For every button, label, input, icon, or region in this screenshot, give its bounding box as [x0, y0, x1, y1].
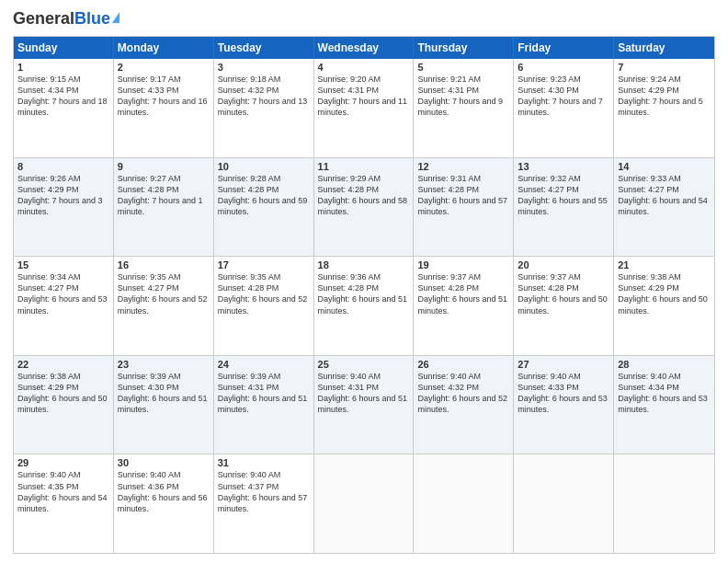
calendar-row: 29Sunrise: 9:40 AMSunset: 4:35 PMDayligh… — [14, 454, 714, 553]
cell-info: Sunrise: 9:33 AMSunset: 4:27 PMDaylight:… — [618, 173, 711, 218]
logo-icon — [112, 12, 119, 23]
calendar: SundayMondayTuesdayWednesdayThursdayFrid… — [13, 36, 715, 554]
cell-info: Sunrise: 9:40 AMSunset: 4:35 PMDaylight:… — [17, 469, 109, 514]
calendar-cell — [614, 454, 714, 553]
day-number: 30 — [118, 457, 210, 468]
calendar-row: 8Sunrise: 9:26 AMSunset: 4:29 PMDaylight… — [14, 157, 714, 257]
calendar-cell: 18Sunrise: 9:36 AMSunset: 4:28 PMDayligh… — [314, 257, 415, 355]
cell-info: Sunrise: 9:38 AMSunset: 4:29 PMDaylight:… — [618, 271, 711, 316]
day-number: 29 — [17, 457, 109, 468]
calendar-cell: 26Sunrise: 9:40 AMSunset: 4:32 PMDayligh… — [414, 356, 514, 454]
calendar-cell: 29Sunrise: 9:40 AMSunset: 4:35 PMDayligh… — [14, 454, 114, 553]
day-number: 15 — [17, 259, 109, 270]
day-number: 20 — [518, 259, 609, 270]
cell-info: Sunrise: 9:20 AMSunset: 4:31 PMDaylight:… — [318, 74, 410, 119]
calendar-cell: 17Sunrise: 9:35 AMSunset: 4:28 PMDayligh… — [214, 257, 314, 355]
cell-info: Sunrise: 9:40 AMSunset: 4:33 PMDaylight:… — [518, 371, 609, 416]
day-number: 2 — [118, 62, 210, 73]
cell-info: Sunrise: 9:35 AMSunset: 4:27 PMDaylight:… — [118, 271, 210, 316]
calendar-cell: 14Sunrise: 9:33 AMSunset: 4:27 PMDayligh… — [614, 158, 714, 257]
cell-info: Sunrise: 9:38 AMSunset: 4:29 PMDaylight:… — [17, 371, 109, 416]
calendar-row: 15Sunrise: 9:34 AMSunset: 4:27 PMDayligh… — [14, 256, 714, 355]
day-number: 13 — [518, 161, 609, 172]
day-number: 26 — [417, 359, 509, 370]
logo: General Blue — [13, 9, 119, 29]
day-number: 17 — [218, 259, 310, 270]
cell-info: Sunrise: 9:24 AMSunset: 4:29 PMDaylight:… — [618, 74, 711, 119]
calendar-cell — [514, 454, 614, 553]
calendar-header-cell: Monday — [114, 37, 214, 59]
day-number: 12 — [417, 161, 509, 172]
day-number: 3 — [218, 62, 310, 73]
cell-info: Sunrise: 9:27 AMSunset: 4:28 PMDaylight:… — [118, 173, 210, 218]
cell-info: Sunrise: 9:37 AMSunset: 4:28 PMDaylight:… — [417, 271, 509, 316]
calendar-row: 22Sunrise: 9:38 AMSunset: 4:29 PMDayligh… — [14, 355, 714, 454]
day-number: 18 — [318, 259, 410, 270]
calendar-cell: 25Sunrise: 9:40 AMSunset: 4:31 PMDayligh… — [314, 356, 415, 454]
day-number: 28 — [618, 359, 711, 370]
day-number: 7 — [618, 62, 711, 73]
calendar-cell: 5Sunrise: 9:21 AMSunset: 4:31 PMDaylight… — [414, 59, 514, 157]
cell-info: Sunrise: 9:15 AMSunset: 4:34 PMDaylight:… — [17, 74, 109, 119]
calendar-cell: 11Sunrise: 9:29 AMSunset: 4:28 PMDayligh… — [314, 158, 415, 257]
calendar-cell: 9Sunrise: 9:27 AMSunset: 4:28 PMDaylight… — [114, 158, 214, 257]
calendar-cell — [314, 454, 415, 553]
calendar-header: SundayMondayTuesdayWednesdayThursdayFrid… — [14, 37, 714, 59]
cell-info: Sunrise: 9:34 AMSunset: 4:27 PMDaylight:… — [17, 271, 109, 316]
cell-info: Sunrise: 9:21 AMSunset: 4:31 PMDaylight:… — [417, 74, 509, 119]
day-number: 14 — [618, 161, 711, 172]
calendar-cell: 31Sunrise: 9:40 AMSunset: 4:37 PMDayligh… — [214, 454, 314, 553]
cell-info: Sunrise: 9:17 AMSunset: 4:33 PMDaylight:… — [118, 74, 210, 119]
calendar-cell: 12Sunrise: 9:31 AMSunset: 4:28 PMDayligh… — [414, 158, 514, 257]
logo-blue-text: Blue — [74, 9, 110, 29]
calendar-cell: 24Sunrise: 9:39 AMSunset: 4:31 PMDayligh… — [214, 356, 314, 454]
day-number: 25 — [318, 359, 410, 370]
logo-general-text: General — [13, 9, 74, 29]
day-number: 10 — [218, 161, 310, 172]
day-number: 27 — [518, 359, 609, 370]
cell-info: Sunrise: 9:39 AMSunset: 4:31 PMDaylight:… — [218, 371, 310, 416]
calendar-cell: 20Sunrise: 9:37 AMSunset: 4:28 PMDayligh… — [514, 257, 614, 355]
day-number: 16 — [118, 259, 210, 270]
calendar-cell: 22Sunrise: 9:38 AMSunset: 4:29 PMDayligh… — [14, 356, 114, 454]
calendar-header-cell: Tuesday — [214, 37, 314, 59]
day-number: 4 — [318, 62, 410, 73]
calendar-header-cell: Friday — [514, 37, 614, 59]
day-number: 21 — [618, 259, 711, 270]
header: General Blue — [13, 9, 715, 29]
day-number: 24 — [218, 359, 310, 370]
calendar-cell — [414, 454, 514, 553]
calendar-cell: 28Sunrise: 9:40 AMSunset: 4:34 PMDayligh… — [614, 356, 714, 454]
cell-info: Sunrise: 9:18 AMSunset: 4:32 PMDaylight:… — [218, 74, 310, 119]
cell-info: Sunrise: 9:40 AMSunset: 4:36 PMDaylight:… — [118, 469, 210, 514]
day-number: 5 — [417, 62, 509, 73]
calendar-cell: 21Sunrise: 9:38 AMSunset: 4:29 PMDayligh… — [614, 257, 714, 355]
day-number: 22 — [17, 359, 109, 370]
calendar-header-cell: Sunday — [14, 37, 114, 59]
cell-info: Sunrise: 9:40 AMSunset: 4:32 PMDaylight:… — [417, 371, 509, 416]
calendar-cell: 7Sunrise: 9:24 AMSunset: 4:29 PMDaylight… — [614, 59, 714, 157]
cell-info: Sunrise: 9:36 AMSunset: 4:28 PMDaylight:… — [318, 271, 410, 316]
cell-info: Sunrise: 9:31 AMSunset: 4:28 PMDaylight:… — [417, 173, 509, 218]
calendar-cell: 15Sunrise: 9:34 AMSunset: 4:27 PMDayligh… — [14, 257, 114, 355]
day-number: 11 — [318, 161, 410, 172]
day-number: 19 — [417, 259, 509, 270]
day-number: 31 — [218, 457, 310, 468]
calendar-header-cell: Saturday — [614, 37, 714, 59]
calendar-cell: 2Sunrise: 9:17 AMSunset: 4:33 PMDaylight… — [114, 59, 214, 157]
cell-info: Sunrise: 9:37 AMSunset: 4:28 PMDaylight:… — [518, 271, 609, 316]
calendar-cell: 3Sunrise: 9:18 AMSunset: 4:32 PMDaylight… — [214, 59, 314, 157]
cell-info: Sunrise: 9:35 AMSunset: 4:28 PMDaylight:… — [218, 271, 310, 316]
cell-info: Sunrise: 9:40 AMSunset: 4:34 PMDaylight:… — [618, 371, 711, 416]
calendar-cell: 8Sunrise: 9:26 AMSunset: 4:29 PMDaylight… — [14, 158, 114, 257]
cell-info: Sunrise: 9:28 AMSunset: 4:28 PMDaylight:… — [218, 173, 310, 218]
cell-info: Sunrise: 9:23 AMSunset: 4:30 PMDaylight:… — [518, 74, 609, 119]
cell-info: Sunrise: 9:32 AMSunset: 4:27 PMDaylight:… — [518, 173, 609, 218]
day-number: 8 — [17, 161, 109, 172]
day-number: 23 — [118, 359, 210, 370]
calendar-cell: 10Sunrise: 9:28 AMSunset: 4:28 PMDayligh… — [214, 158, 314, 257]
calendar-cell: 27Sunrise: 9:40 AMSunset: 4:33 PMDayligh… — [514, 356, 614, 454]
day-number: 1 — [17, 62, 109, 73]
day-number: 9 — [118, 161, 210, 172]
calendar-header-cell: Thursday — [414, 37, 514, 59]
